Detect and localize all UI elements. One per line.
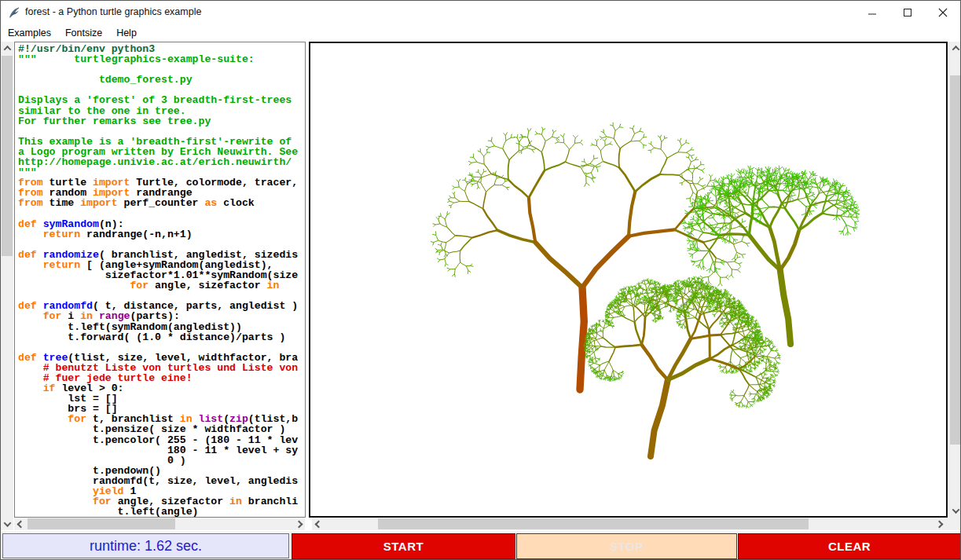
- tk-feather-icon: [8, 6, 20, 19]
- start-button[interactable]: START: [292, 533, 515, 559]
- chevron-left-icon: [17, 520, 24, 528]
- chevron-down-icon: [952, 506, 959, 514]
- code-hscroll-left-button[interactable]: [14, 518, 27, 530]
- chevron-right-icon: [295, 520, 303, 528]
- code-vscroll-thumb[interactable]: [2, 56, 13, 256]
- control-bar: runtime: 1.62 sec. START STOP CLEAR: [1, 532, 960, 560]
- chevron-up-icon: [3, 45, 11, 53]
- scrollbar-corner: [945, 518, 961, 530]
- code-line: for angle, sizefactor in: [18, 280, 305, 291]
- code-line: return randrange(-n,n+1): [18, 229, 305, 240]
- canvas-vscroll-thumb[interactable]: [950, 75, 961, 445]
- app-window: forest - a Python turtle graphics exampl…: [0, 0, 961, 560]
- menu-help[interactable]: Help: [109, 26, 144, 40]
- canvas-hscroll-left-button[interactable]: [312, 518, 325, 530]
- close-button[interactable]: [925, 1, 960, 24]
- minimize-icon: [867, 8, 877, 17]
- code-line: tdemo_forest.py: [18, 75, 305, 85]
- chevron-left-icon: [314, 520, 322, 528]
- code-hscroll-thumb[interactable]: [28, 518, 175, 529]
- canvas-frame: [309, 42, 948, 518]
- code-vscroll-down-button[interactable]: [1, 518, 13, 530]
- chevron-right-icon: [935, 520, 943, 528]
- window-title: forest - a Python turtle graphics exampl…: [25, 6, 201, 17]
- chevron-up-icon: [952, 45, 959, 53]
- maximize-button[interactable]: [889, 1, 925, 24]
- turtle-canvas: [310, 43, 946, 516]
- menu-examples[interactable]: Examples: [1, 26, 58, 40]
- code-hscroll-right-button[interactable]: [292, 518, 305, 530]
- code-line: """ turtlegraphics-example-suite:: [18, 54, 305, 64]
- code-line: t.forward( (1.0 * distance)/parts ): [18, 332, 305, 342]
- stop-button[interactable]: STOP: [516, 533, 737, 559]
- code-line: from time import perf_counter as clock: [18, 198, 305, 208]
- minimize-button[interactable]: [854, 1, 889, 24]
- code-vscroll-up-button[interactable]: [1, 42, 13, 54]
- runtime-label: runtime: 1.62 sec.: [2, 533, 289, 558]
- close-icon: [938, 8, 948, 17]
- menu-bar: Examples Fontsize Help: [1, 24, 960, 42]
- code-line: http://homepage.univie.ac.at/erich.neuwi…: [18, 157, 305, 167]
- title-bar: forest - a Python turtle graphics exampl…: [1, 1, 960, 24]
- menu-fontsize[interactable]: Fontsize: [58, 26, 109, 40]
- chevron-down-icon: [3, 519, 11, 527]
- code-line: For further remarks see tree.py: [18, 116, 305, 126]
- code-viewer[interactable]: #!/usr/bin/env python3""" turtlegraphics…: [14, 42, 306, 518]
- canvas-hscroll-right-button[interactable]: [933, 518, 945, 530]
- canvas-vscroll-up-button[interactable]: [949, 42, 961, 54]
- maximize-icon: [903, 8, 912, 17]
- canvas-hscroll-thumb[interactable]: [378, 518, 809, 529]
- canvas-vscroll-down-button[interactable]: [949, 504, 961, 518]
- clear-button[interactable]: CLEAR: [738, 533, 961, 559]
